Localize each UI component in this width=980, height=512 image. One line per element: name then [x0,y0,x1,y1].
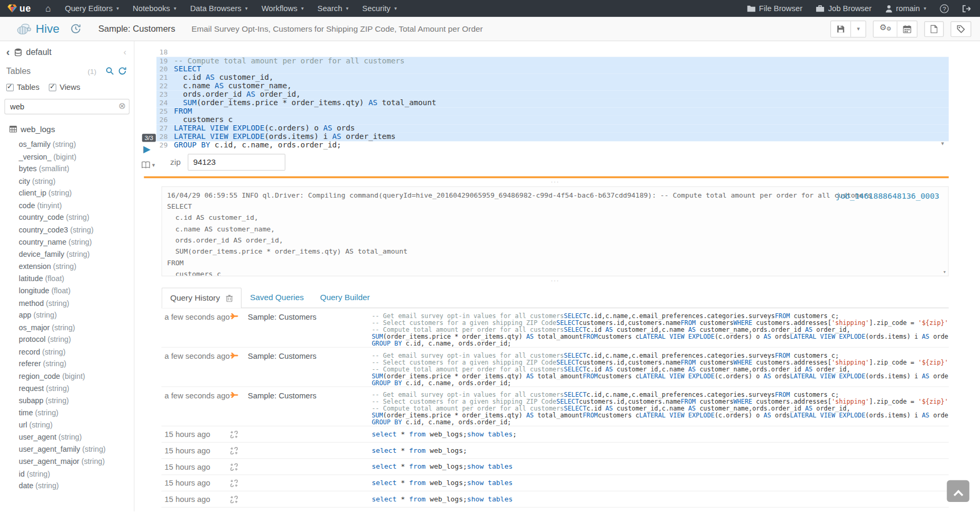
column-item[interactable]: user_agent (string) [0,431,134,443]
schedule-button[interactable] [898,21,917,37]
views-checkbox[interactable]: ✓ [49,84,57,91]
tab-saved-queries[interactable]: Saved Queries [242,287,312,308]
sql-token: customer_name,ords.order_id [696,327,805,333]
nav-menu-notebooks[interactable]: Notebooks▾ [126,0,183,17]
back-icon[interactable]: ‹ [6,48,10,57]
history-row[interactable]: 15 hours agoselect * from web_logs;show … [161,475,948,491]
history-row[interactable]: a few seconds agoSample: Customers-- Get… [161,308,948,348]
tab-query-history[interactable]: Query History [161,287,242,308]
column-item[interactable]: id (string) [0,468,134,480]
column-item[interactable]: device_family (string) [0,248,134,260]
column-type: (string) [50,323,75,332]
sql-token: * [396,479,409,487]
column-item[interactable]: protocol (string) [0,334,134,346]
column-item[interactable]: longitude (float) [0,285,134,297]
table-item-web-logs[interactable]: web_logs [10,124,128,134]
history-row[interactable]: 15 hours agoselect * from web_logs;show … [161,459,948,475]
trash-icon[interactable] [226,294,233,302]
nav-menu-workflows[interactable]: Workflows▾ [255,0,311,17]
variable-input[interactable] [188,154,285,171]
column-item[interactable]: city (string) [0,175,134,188]
table-search-input[interactable] [4,99,130,115]
column-type: (string) [33,481,59,490]
search-icon[interactable] [106,67,114,75]
column-item[interactable]: country_code (string) [0,212,134,224]
sql-token: WHERE [734,398,753,405]
file-browser-button[interactable]: File Browser [740,0,809,17]
column-item[interactable]: referer (string) [0,358,134,370]
column-item[interactable]: extension (string) [0,260,134,273]
save-dropdown-button[interactable]: ▾ [852,21,866,37]
scrollbar-down-icon[interactable]: ▾ [941,140,944,146]
column-item[interactable]: client_ip (string) [0,188,134,200]
tables-checkbox-label: Tables [17,83,40,92]
nav-menu-search[interactable]: Search▾ [310,0,355,17]
nav-menu-security[interactable]: Security▾ [355,0,403,17]
history-row[interactable]: a few seconds agoSample: Customers-- Get… [161,348,948,387]
column-item[interactable]: app (string) [0,310,134,322]
sql-token: ].zip_code = [869,359,918,366]
column-item[interactable]: code (tinyint) [0,200,134,212]
column-item[interactable]: record (string) [0,346,134,358]
new-query-button[interactable] [924,21,944,37]
hue-logo[interactable]: ue [0,0,39,17]
job-browser-button[interactable]: Job Browser [809,0,879,17]
query-description[interactable]: Email Survey Opt-Ins, Customers for Ship… [191,24,483,34]
history-row[interactable]: 15 hours agoselect * from web_logs; [161,443,948,459]
column-item[interactable]: os_major (string) [0,322,134,334]
sql-token: * [396,495,409,503]
nav-menu-query-editors[interactable]: Query Editors▾ [58,0,126,17]
column-item[interactable]: date (string) [0,480,134,492]
tab-label: Query History [170,293,220,303]
nav-menus: Query Editors▾Notebooks▾Data Browsers▾Wo… [58,0,404,17]
tables-checkbox[interactable]: ✓ [6,84,14,91]
history-row[interactable]: 15 hours agoselect * from web_logs;show … [161,426,948,443]
app-switcher[interactable]: Hive [16,22,60,35]
history-row[interactable]: a few seconds agoSample: Customers-- Get… [161,387,948,426]
query-title[interactable]: Sample: Customers [98,24,175,34]
column-item[interactable]: country_code3 (string) [0,224,134,236]
column-item[interactable]: region_code (bigint) [0,370,134,383]
column-item[interactable]: url (string) [0,419,134,431]
history-query-preview: select * from web_logs;show tables [372,495,949,504]
tab-query-builder[interactable]: Query Builder [312,287,378,308]
assist-docs-button[interactable]: ▾ [142,161,155,169]
column-item[interactable]: subapp (string) [0,395,134,407]
column-item[interactable]: bytes (smallint) [0,163,134,175]
user-menu[interactable]: romain ▾ [879,0,933,17]
column-item[interactable]: request (string) [0,383,134,395]
history-row[interactable]: 15 hours agoselect * from web_logs;show … [161,491,948,508]
refresh-icon[interactable] [118,67,126,75]
help-button[interactable]: ? [933,0,956,17]
column-item[interactable]: method (string) [0,297,134,310]
column-item[interactable]: time (string) [0,407,134,419]
query-history-button[interactable] [71,24,81,34]
database-name[interactable]: default [26,48,51,57]
scrollbar-down-icon[interactable]: ▾ [943,269,946,275]
sql-token: web_logs; [426,479,467,487]
column-item[interactable]: latitude (float) [0,273,134,285]
nav-menu-data-browsers[interactable]: Data Browsers▾ [183,0,255,17]
column-item[interactable]: user_agent_major (string) [0,456,134,468]
scroll-to-top-button[interactable] [947,480,969,502]
resize-handle[interactable]: ··· [161,180,948,184]
column-item[interactable]: country_name (string) [0,236,134,248]
logout-button[interactable] [956,0,977,17]
sql-token: -- Get email survey opt-in values for al… [372,392,564,398]
job-link[interactable]: job_1461888648136_0003 [836,191,939,201]
sql-token: -- Get email survey opt-in values for al… [372,352,564,359]
sql-editor[interactable]: 1819-- Compute total amount per order fo… [156,48,949,150]
sql-token: AS [922,333,929,340]
resize-handle[interactable]: ··· [161,278,948,283]
parameters-button[interactable] [950,21,971,37]
session-settings-button[interactable]: ⚙⚙ [874,21,898,37]
column-item[interactable]: user_agent_family (string) [0,443,134,455]
column-item[interactable]: os_family (string) [0,139,134,151]
clear-search-icon[interactable]: ⊗ [118,100,126,110]
sql-line: select * from web_logs;show tables; [372,430,949,439]
home-button[interactable]: ⌂ [39,0,58,17]
save-button[interactable] [831,21,852,37]
run-query-button[interactable]: ▶ [143,144,151,153]
collapse-panel-icon[interactable]: ‹ [124,48,127,57]
column-item[interactable]: _version_ (bigint) [0,151,134,163]
